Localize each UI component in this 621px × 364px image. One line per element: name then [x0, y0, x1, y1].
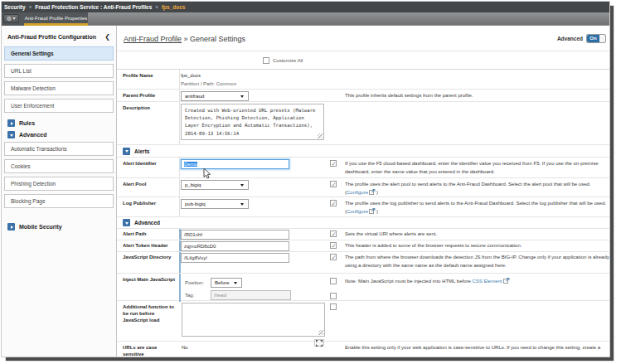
sidebar-section-mobile-security[interactable]: Mobile Security [2, 221, 116, 232]
log-publisher-label: Log Publisher [117, 197, 179, 216]
sidebar-item-url-list[interactable]: URL List [4, 64, 114, 78]
urls-case-sensitive-value: No [182, 343, 330, 350]
sidebar-item-general-settings[interactable]: General Settings [4, 46, 114, 61]
custom-checkbox-cell [330, 102, 344, 144]
log-publisher-custom-checkbox[interactable] [330, 200, 337, 206]
row-urls-case-sensitive: URLs are case sensitive No Enable this s… [117, 342, 609, 357]
sidebar-item-cookies[interactable]: Cookies [4, 159, 114, 173]
section-alerts: Alerts [117, 145, 609, 158]
select-arrow-icon [240, 95, 244, 98]
custom-checkbox-cell [330, 252, 344, 273]
alert-identifier-help: If you use the F5 cloud-based dashboard,… [344, 158, 609, 177]
breadcrumb-security[interactable]: Security [4, 4, 26, 10]
row-parent-profile: Parent Profile antifraud This profile in… [117, 90, 609, 102]
advanced-toggle[interactable]: On [586, 34, 606, 43]
alert-identifier-input[interactable]: Demo [181, 159, 289, 169]
section-expanded-icon[interactable] [123, 148, 130, 155]
collapsed-arrow-icon [7, 119, 15, 127]
inject-note: Note: Main JavaScript must be injected i… [345, 279, 473, 284]
configure-paren: ) [376, 190, 378, 195]
breadcrumb: Security»Fraud Protection Service : Anti… [2, 2, 609, 12]
sidebar-section-rules[interactable]: Rules [2, 118, 116, 129]
inject-sub-row: Position: Before [181, 277, 330, 288]
log-publisher-select[interactable]: pub-bigiq [181, 199, 249, 209]
alert-pool-select[interactable]: p_bigiq [181, 180, 249, 190]
position-custom-checkbox[interactable] [330, 278, 337, 284]
alert-pool-custom-checkbox[interactable] [330, 181, 337, 187]
alert-identifier-custom-checkbox[interactable] [330, 160, 337, 167]
section-expanded-icon[interactable] [123, 219, 130, 226]
sidebar-item-blocking-page[interactable]: Blocking Page [4, 194, 114, 208]
alert-identifier-label: Alert Identifier [117, 158, 179, 177]
breadcrumb-fraud-protection[interactable]: Fraud Protection Service : Anti-Fraud Pr… [35, 4, 152, 10]
advanced-toggle-on: On [587, 35, 599, 42]
alert-token-header-input[interactable]: zqjmcRD8cD0 [181, 241, 289, 251]
resize-grabber-icon[interactable] [318, 330, 323, 335]
page-title: Anti-Fraud Profile » General Settings [124, 35, 245, 43]
sidebar-section-advanced[interactable]: Advanced [2, 129, 116, 140]
tab-anti-fraud-profile-properties[interactable]: Anti-Fraud Profile Properties [24, 12, 88, 23]
breadcrumb-profile-name[interactable]: fps_docs [162, 4, 186, 10]
tag-label: Tag: [181, 293, 211, 298]
resize-grabber-icon[interactable] [318, 133, 323, 138]
help-cell [344, 70, 609, 89]
tag-custom-checkbox[interactable] [330, 293, 337, 299]
profile-partition: Partition / Path: Common [181, 78, 330, 86]
parent-profile-select[interactable]: antifraud [181, 91, 249, 101]
javascript-directory-input[interactable]: /lLtlg8Vuy/ [181, 253, 289, 263]
description-textarea[interactable]: Created with Web-oriented URL presets (M… [181, 104, 324, 140]
additional-function-custom-checkbox[interactable] [330, 303, 337, 310]
value-cell: No [179, 342, 330, 357]
row-alert-path: Alert Path /RD1nhf Sets the virtual URI … [117, 229, 609, 240]
page-title-link[interactable]: Anti-Fraud Profile [124, 35, 182, 43]
sidebar-item-automatic-transactions[interactable]: Automatic Transactions [4, 142, 114, 156]
description-label: Description [117, 102, 179, 144]
custom-checkbox-cell [330, 240, 344, 251]
help-cell: The profile uses the log publisher to se… [344, 197, 609, 216]
inject-main-javascript-label: Inject Main JavaScript [117, 274, 179, 302]
tag-input[interactable]: /head [211, 290, 291, 300]
alert-pool-configure-link[interactable]: Configure [347, 190, 368, 195]
sidebar-item-phishing-detection[interactable]: Phishing Detection [4, 177, 114, 191]
value-cell: fps_docs Partition / Path: Common [179, 70, 330, 89]
urls-case-sensitive-label: URLs are case sensitive [117, 342, 179, 357]
custom-checkbox-cell [330, 197, 344, 216]
sidebar-section-advanced-label: Advanced [19, 131, 46, 139]
css-element-link[interactable]: CSS Element [473, 279, 502, 284]
custom-checkbox-cell [330, 70, 344, 89]
sidebar-section-mobile-security-label: Mobile Security [19, 223, 62, 231]
sidebar-item-user-enforcement[interactable]: User Enforcement [4, 99, 114, 113]
urls-case-sensitive-help: Enable this setting only if your web app… [344, 342, 609, 357]
alert-path-input[interactable]: /RD1nhf [181, 230, 289, 240]
sidebar-collapse-icon[interactable]: ❮ [104, 33, 110, 41]
value-cell: /lLtlg8Vuy/ [179, 252, 330, 273]
gear-menu-button[interactable]: ⚙ [3, 14, 19, 23]
custom-checkbox-cell [330, 301, 344, 347]
customize-all-label: Customize All [273, 58, 303, 63]
javascript-directory-custom-checkbox[interactable] [330, 254, 337, 260]
parent-profile-help: This profile inherits default settings f… [344, 90, 609, 101]
app-window: Security»Fraud Protection Service : Anti… [1, 1, 610, 357]
additional-function-textarea[interactable] [182, 303, 325, 337]
log-publisher-configure-link[interactable]: Configure [347, 209, 368, 214]
external-link-icon [503, 278, 510, 284]
log-publisher-help: The profile uses the log publisher to se… [345, 201, 606, 206]
position-select[interactable]: Before [211, 278, 242, 288]
select-arrow-icon [240, 203, 244, 206]
value-cell: Position: Before Tag: /head [179, 274, 330, 302]
parent-profile-value: antifraud [185, 94, 204, 99]
tag-value: /head [214, 293, 226, 298]
advanced-toggle-group: Advanced On [557, 34, 606, 43]
value-cell: pub-bigiq [179, 197, 330, 216]
alert-token-header-custom-checkbox[interactable] [330, 242, 337, 249]
alert-pool-label: Alert Pool [117, 178, 179, 197]
select-arrow-icon [240, 184, 244, 187]
alert-token-header-help: This header is added to some of the brow… [344, 240, 609, 251]
value-cell: Demo [179, 158, 330, 177]
row-profile-name: Profile Name fps_docs Partition / Path: … [117, 70, 609, 90]
sidebar-item-malware-detection[interactable]: Malware Detection [4, 81, 114, 95]
sidebar-title: Anti-Fraud Profile Configuration [7, 34, 96, 40]
customize-all-checkbox[interactable] [263, 57, 269, 64]
parent-profile-label: Parent Profile [117, 90, 179, 101]
alert-path-custom-checkbox[interactable] [330, 231, 337, 237]
